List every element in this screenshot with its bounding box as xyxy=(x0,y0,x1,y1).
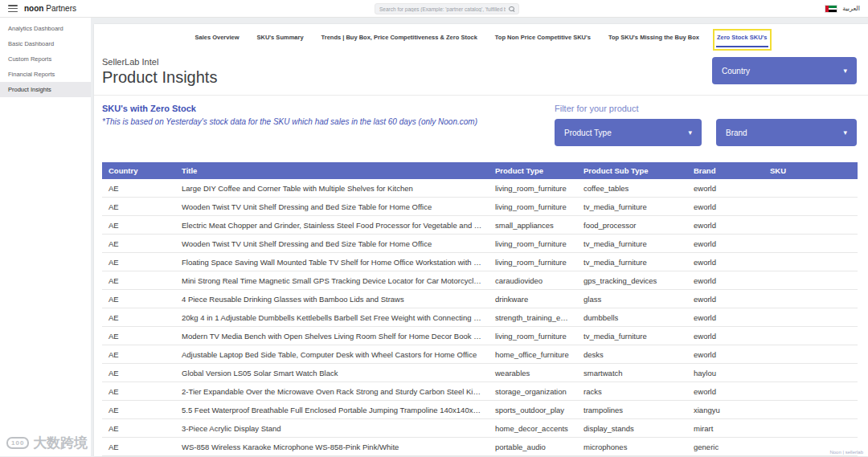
table-cell: haylou xyxy=(687,364,764,382)
column-header-sku[interactable]: SKU xyxy=(764,162,858,179)
table-row[interactable]: AEWooden Twist TV Unit Shelf Dressing an… xyxy=(102,235,858,253)
table-cell: tv_media_furniture xyxy=(577,235,687,252)
tab-sales-overview[interactable]: Sales Overview xyxy=(194,32,240,47)
table-cell xyxy=(764,271,858,289)
table-cell: 20kg 4 in 1 Adjustable Dumbbells Kettleb… xyxy=(175,308,489,326)
table-cell: AE xyxy=(102,401,175,418)
search-box[interactable] xyxy=(375,3,519,14)
country-dropdown-label: Country xyxy=(722,67,750,75)
table-cell: mirart xyxy=(687,419,764,437)
table-cell: AE xyxy=(102,345,175,363)
table-row[interactable]: AEModern TV Media Bench with Open Shelve… xyxy=(102,327,858,345)
table-cell: Wooden Twist TV Unit Shelf Dressing and … xyxy=(175,235,489,252)
table-cell: AE xyxy=(102,179,175,197)
uae-flag-icon xyxy=(825,5,837,13)
table-row[interactable]: AEElectric Meat Chopper and Grinder, Sta… xyxy=(102,216,858,235)
top-bar: noon Partners العربية xyxy=(0,0,868,18)
sidebar-item-basic-dashboard[interactable]: Basic Dashboard xyxy=(0,36,91,51)
table-cell: drinkware xyxy=(489,290,577,308)
table-row[interactable]: AEAdjustable Laptop Bed Side Table, Comp… xyxy=(102,345,858,364)
sidebar-item-custom-reports[interactable]: Custom Reports xyxy=(0,51,91,67)
tab-top-non-price-competitive-sku-s[interactable]: Top Non Price Competitive SKU's xyxy=(494,32,592,47)
table-row[interactable]: AE5.5 Feet Waterproof Breathable Full En… xyxy=(102,401,858,419)
table-cell: coffee_tables xyxy=(577,179,687,197)
menu-icon[interactable] xyxy=(8,5,18,12)
table-cell: display_stands xyxy=(577,419,687,437)
table-row[interactable]: AEMini Strong Real Time Magnetic Small G… xyxy=(102,271,858,290)
table-cell xyxy=(764,235,858,252)
table-cell: tv_media_furniture xyxy=(577,253,687,271)
chevron-down-icon: ▾ xyxy=(688,129,692,137)
table-row[interactable]: AEWooden Twist TV Unit Shelf Dressing an… xyxy=(102,198,858,216)
column-header-country[interactable]: Country xyxy=(102,162,175,179)
table-cell: Large DIY Coffee and Corner Table with M… xyxy=(175,179,489,197)
chevron-down-icon: ▾ xyxy=(843,129,847,137)
search-icon[interactable] xyxy=(509,6,514,12)
sidebar-item-product-insights[interactable]: Product Insights xyxy=(0,82,91,97)
column-header-brand[interactable]: Brand xyxy=(687,162,764,179)
table-cell: eworld xyxy=(687,308,764,326)
filter-label: Filter for your product xyxy=(555,104,857,113)
tab-top-sku-s-missing-the-buy-box[interactable]: Top SKU's Missing the Buy Box xyxy=(608,32,700,47)
column-header-title[interactable]: Title xyxy=(175,162,489,179)
main-area: Sales OverviewSKU's SummaryTrends | Buy … xyxy=(91,18,868,456)
table-cell: AE xyxy=(102,308,175,326)
sidebar-list: Analytics DashboardBasic DashboardCustom… xyxy=(0,21,91,97)
footer-credit: Noon | sellerlab xyxy=(829,450,863,455)
language-switcher[interactable]: العربية xyxy=(842,5,860,12)
table-cell: tv_media_furniture xyxy=(577,327,687,345)
table-cell: AE xyxy=(102,216,175,234)
chevron-down-icon: ▾ xyxy=(843,67,847,75)
table-cell: Wooden Twist TV Unit Shelf Dressing and … xyxy=(175,198,489,215)
table-row[interactable]: AE2-Tier Expandable Over the Microwave O… xyxy=(102,382,858,401)
table-cell: 2-Tier Expandable Over the Microwave Ove… xyxy=(175,382,489,400)
table-cell: eworld xyxy=(687,290,764,308)
table-cell: Floating Space Saving Wall Mounted Table… xyxy=(175,253,489,271)
table-cell: small_appliances xyxy=(489,216,577,234)
table-cell xyxy=(764,345,858,363)
sidebar-item-financial-reports[interactable]: Financial Reports xyxy=(0,67,91,82)
table-cell xyxy=(764,290,858,308)
table-cell: Global Version LS05 Solar Smart Watch Bl… xyxy=(175,364,489,382)
page-title: Product Insights xyxy=(102,68,217,87)
product-type-dropdown[interactable]: Product Type ▾ xyxy=(555,119,702,146)
tab-sku-s-summary[interactable]: SKU's Summary xyxy=(256,32,305,47)
table-cell: Adjustable Laptop Bed Side Table, Comput… xyxy=(175,345,489,363)
table-row[interactable]: AELarge DIY Coffee and Corner Table with… xyxy=(102,179,858,198)
brand-logo[interactable]: noon Partners xyxy=(24,4,76,13)
table-body: AELarge DIY Coffee and Corner Table with… xyxy=(102,179,858,456)
table-row[interactable]: AEFloating Space Saving Wall Mounted Tab… xyxy=(102,253,858,271)
table-cell: wearables xyxy=(489,364,577,382)
sidebar-item-analytics-dashboard[interactable]: Analytics Dashboard xyxy=(0,21,91,36)
sidebar: Analytics DashboardBasic DashboardCustom… xyxy=(0,18,91,456)
table-row[interactable]: AE4 Piece Reusable Drinking Glasses with… xyxy=(102,290,858,308)
table-row[interactable]: AEGlobal Version LS05 Solar Smart Watch … xyxy=(102,364,858,382)
table-cell: portable_audio xyxy=(489,438,577,455)
table-cell: AE xyxy=(102,364,175,382)
table-row[interactable]: AE3-Piece Acrylic Display Standhome_deco… xyxy=(102,419,858,438)
table-cell: eworld xyxy=(687,179,764,197)
filter-area: Filter for your product Product Type ▾ B… xyxy=(555,104,857,146)
search-input[interactable] xyxy=(379,6,506,12)
column-header-product-type[interactable]: Product Type xyxy=(489,162,577,179)
table-cell: racks xyxy=(577,382,687,400)
table-row[interactable]: AEWS-858 Wireless Karaoke Microphone WS-… xyxy=(102,438,858,456)
suptitle: SellerLab Intel xyxy=(102,57,217,67)
table-cell: AE xyxy=(102,438,175,455)
table-cell: AE xyxy=(102,235,175,252)
column-header-product-sub-type[interactable]: Product Sub Type xyxy=(577,162,687,179)
table-row[interactable]: AE20kg 4 in 1 Adjustable Dumbbells Kettl… xyxy=(102,308,858,327)
tab-zero-stock-sku-s[interactable]: Zero Stock SKU's xyxy=(716,32,768,47)
table-cell xyxy=(764,327,858,345)
tab-trends-buy-box-price-competitiveness-zero-stock[interactable]: Trends | Buy Box, Price Competitiveness … xyxy=(321,32,478,47)
table-cell: Modern TV Media Bench with Open Shelves … xyxy=(175,327,489,345)
table-cell: desks xyxy=(577,345,687,363)
table-cell: home_decor_accents xyxy=(489,419,577,437)
brand-dropdown[interactable]: Brand ▾ xyxy=(716,119,857,146)
table-cell: AE xyxy=(102,290,175,308)
table-cell xyxy=(764,419,858,437)
table-cell xyxy=(764,216,858,234)
country-dropdown[interactable]: Country ▾ xyxy=(712,57,857,84)
table-cell: AE xyxy=(102,382,175,400)
table-cell: living_room_furniture xyxy=(489,179,577,197)
